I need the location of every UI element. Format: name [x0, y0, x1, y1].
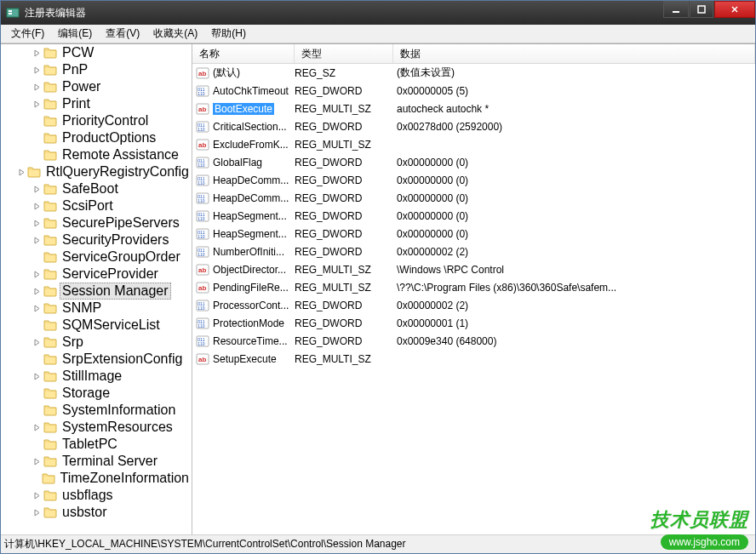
tree-item[interactable]: SNMP [1, 300, 192, 317]
expander-icon[interactable] [32, 235, 42, 245]
tree-item[interactable]: StillImage [1, 368, 192, 385]
list-row[interactable]: BootExecuteREG_MULTI_SZautocheck autochk… [192, 100, 755, 117]
tree-item[interactable]: SystemInformation [1, 402, 192, 419]
tree-item[interactable]: ServiceProvider [1, 266, 192, 283]
tree-item[interactable]: RtlQueryRegistryConfig [1, 163, 192, 180]
list-row[interactable]: NumberOfIniti...REG_DWORD0x00000002 (2) [192, 243, 755, 260]
expander-icon[interactable] [32, 422, 42, 432]
svg-rect-1 [9, 10, 12, 12]
tree-item[interactable]: PriorityControl [1, 112, 192, 129]
list-row[interactable]: PendingFileRe...REG_MULTI_SZ\??\C:\Progr… [192, 278, 755, 296]
tree-item[interactable]: SecurePipeServers [1, 214, 192, 231]
folder-icon [43, 301, 57, 315]
binary-value-icon [196, 174, 209, 187]
tree-item[interactable]: TabletPC [1, 436, 192, 453]
expander-icon[interactable] [32, 303, 42, 313]
menu-help[interactable]: 帮助(H) [204, 25, 253, 43]
column-header-name[interactable]: 名称 [192, 44, 295, 63]
list-row[interactable]: GlobalFlagREG_DWORD0x00000000 (0) [192, 153, 755, 171]
menu-favorites[interactable]: 收藏夹(A) [146, 25, 204, 43]
close-button[interactable] [714, 1, 755, 18]
column-header-type[interactable]: 类型 [295, 44, 393, 63]
tree-item[interactable]: usbstor [1, 504, 192, 521]
value-name: GlobalFlag [213, 157, 266, 168]
tree-item[interactable]: SrpExtensionConfig [1, 351, 192, 368]
list-row[interactable]: HeapSegment...REG_DWORD0x00000000 (0) [192, 207, 755, 225]
tree-item[interactable]: ScsiPort [1, 197, 192, 214]
list-row[interactable]: ResourceTime...REG_DWORD0x0009e340 (6480… [192, 332, 755, 350]
string-value-icon [196, 263, 209, 277]
expander-icon[interactable] [18, 167, 26, 177]
tree-scrollarea[interactable]: PCWPnPPowerPrintPriorityControlProductOp… [1, 44, 192, 534]
tree-item[interactable]: ServiceGroupOrder [1, 248, 192, 266]
tree-item[interactable]: Power [1, 78, 192, 95]
expander-icon[interactable] [32, 269, 42, 279]
list-row[interactable]: SetupExecuteREG_MULTI_SZ [192, 350, 755, 368]
list-row[interactable]: ExcludeFromK...REG_MULTI_SZ [192, 135, 755, 153]
list-row[interactable]: HeapSegment...REG_DWORD0x00000000 (0) [192, 225, 755, 243]
tree-item[interactable]: Srp [1, 334, 192, 351]
value-name: (默认) [213, 66, 243, 80]
tree-item[interactable]: ProductOptions [1, 129, 192, 146]
expander-icon[interactable] [32, 184, 42, 194]
list-row[interactable]: AutoChkTimeoutREG_DWORD0x00000005 (5) [192, 82, 755, 100]
value-name: ObjectDirector... [213, 264, 289, 276]
folder-icon [43, 284, 57, 298]
tree-item[interactable]: SystemResources [1, 419, 192, 436]
list-row[interactable]: ObjectDirector...REG_MULTI_SZ\Windows \R… [192, 260, 755, 278]
tree-item[interactable]: usbflags [1, 487, 192, 504]
string-value-icon [196, 352, 209, 366]
list-row[interactable]: CriticalSection...REG_DWORD0x00278d00 (2… [192, 117, 755, 135]
binary-value-icon [196, 299, 209, 312]
column-header-data[interactable]: 数据 [393, 44, 755, 63]
value-type: REG_MULTI_SZ [295, 103, 393, 115]
value-name: PendingFileRe... [213, 282, 292, 294]
tree-item[interactable]: Storage [1, 385, 192, 402]
tree-item-label: usbstor [60, 504, 109, 521]
expander-icon[interactable] [32, 99, 42, 109]
menu-edit[interactable]: 编辑(E) [51, 25, 99, 43]
value-type: REG_DWORD [295, 210, 393, 222]
expander-icon[interactable] [32, 218, 42, 228]
expander-icon[interactable] [32, 337, 42, 347]
minimize-button[interactable] [663, 1, 689, 18]
tree-item[interactable]: Session Manager [1, 283, 192, 300]
tree-item[interactable]: SafeBoot [1, 180, 192, 197]
tree-item-label: Print [60, 95, 93, 112]
titlebar[interactable]: 注册表编辑器 [1, 1, 755, 25]
expander-icon[interactable] [32, 48, 42, 58]
expander-icon[interactable] [32, 65, 42, 75]
string-value-icon [196, 66, 209, 80]
list-row[interactable]: HeapDeComm...REG_DWORD0x00000000 (0) [192, 189, 755, 207]
menu-view[interactable]: 查看(V) [99, 25, 146, 43]
tree-item-label: ScsiPort [60, 197, 116, 214]
tree-item[interactable]: Remote Assistance [1, 146, 192, 163]
tree-item[interactable]: SecurityProviders [1, 231, 192, 248]
folder-icon [43, 46, 57, 60]
value-data: 0x00000001 (1) [393, 317, 755, 329]
value-type: REG_DWORD [295, 335, 393, 347]
expander-icon[interactable] [32, 371, 42, 381]
list-body[interactable]: (默认)REG_SZ(数值未设置)AutoChkTimeoutREG_DWORD… [192, 64, 755, 534]
list-row[interactable]: ProtectionModeREG_DWORD0x00000001 (1) [192, 314, 755, 332]
menu-file[interactable]: 文件(F) [4, 25, 51, 43]
tree-item[interactable]: TimeZoneInformation [1, 470, 192, 487]
value-type: REG_SZ [295, 67, 393, 79]
list-pane: 名称 类型 数据 (默认)REG_SZ(数值未设置)AutoChkTimeout… [192, 44, 755, 534]
expander-icon[interactable] [32, 201, 42, 211]
expander-icon[interactable] [32, 456, 42, 466]
list-row[interactable]: ProcessorCont...REG_DWORD0x00000002 (2) [192, 296, 755, 314]
expander-icon[interactable] [32, 507, 42, 517]
maximize-button[interactable] [690, 1, 713, 18]
expander-icon[interactable] [32, 82, 42, 92]
tree-item[interactable]: Terminal Server [1, 453, 192, 470]
tree-item[interactable]: Print [1, 95, 192, 112]
list-row[interactable]: (默认)REG_SZ(数值未设置) [192, 64, 755, 82]
expander-icon[interactable] [32, 286, 42, 296]
tree-item[interactable]: PnP [1, 61, 192, 78]
tree-item[interactable]: PCW [1, 44, 192, 61]
list-row[interactable]: HeapDeComm...REG_DWORD0x00000000 (0) [192, 171, 755, 189]
expander-icon[interactable] [32, 490, 42, 500]
folder-icon [43, 386, 57, 400]
tree-item[interactable]: SQMServiceList [1, 317, 192, 334]
